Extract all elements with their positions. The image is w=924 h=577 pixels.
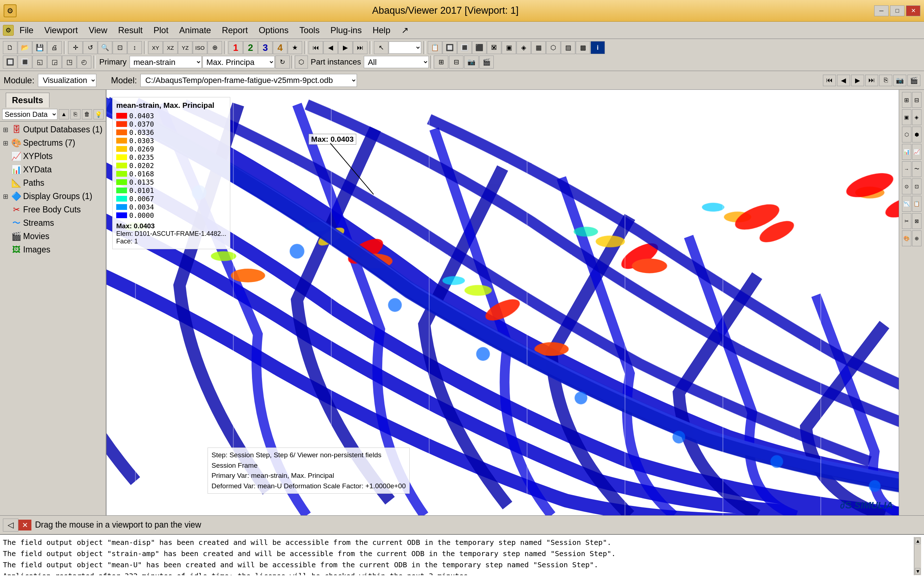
tb-disp-grp1[interactable]: 🔲 bbox=[443, 41, 457, 54]
menu-viewport[interactable]: Viewport bbox=[39, 24, 83, 37]
tree-item-streams[interactable]: ▷ 〜 Streams bbox=[0, 216, 106, 230]
tb-zoom-y[interactable]: ↕ bbox=[128, 41, 142, 54]
menu-plugins[interactable]: Plug-ins bbox=[325, 24, 367, 37]
module-select[interactable]: Visualization bbox=[38, 74, 96, 87]
tb-rotate[interactable]: ↺ bbox=[83, 41, 97, 54]
tb-render2[interactable]: ◈ bbox=[517, 41, 531, 54]
rt-btn-15[interactable]: ✂ bbox=[902, 213, 911, 229]
sd-info-btn[interactable]: 💡 bbox=[94, 109, 103, 119]
tree-item-paths[interactable]: ▷ 📐 Paths bbox=[0, 176, 106, 190]
rt-btn-8[interactable]: 📈 bbox=[912, 144, 921, 160]
tb-row2-1[interactable]: 🔲 bbox=[3, 56, 17, 69]
rt-btn-14[interactable]: 📋 bbox=[912, 196, 921, 212]
menu-tools[interactable]: Tools bbox=[294, 24, 325, 37]
tb-snapshot1[interactable]: 📷 bbox=[464, 56, 478, 69]
tb-xz-select[interactable]: XZ bbox=[163, 41, 178, 54]
rt-btn-1[interactable]: ⊞ bbox=[902, 92, 911, 108]
tb-render1[interactable]: ▣ bbox=[502, 41, 516, 54]
tb-row2-5[interactable]: ◳ bbox=[62, 56, 76, 69]
sd-delete-btn[interactable]: 🗑 bbox=[82, 109, 92, 119]
tb-row2-3[interactable]: ◱ bbox=[32, 56, 47, 69]
tb-part-instances-select[interactable]: All bbox=[364, 56, 429, 68]
tb-pan[interactable]: ✛ bbox=[68, 41, 82, 54]
nav-prev[interactable]: ◀ bbox=[837, 75, 850, 86]
tb-prev-first[interactable]: ⏮ bbox=[309, 41, 323, 54]
tb-info[interactable]: i bbox=[591, 41, 605, 54]
sd-up-btn[interactable]: ▲ bbox=[59, 109, 69, 119]
tb-part-icon[interactable]: ⬡ bbox=[295, 56, 308, 69]
rt-btn-10[interactable]: 〜 bbox=[912, 161, 921, 177]
rt-btn-4[interactable]: ◈ bbox=[912, 109, 921, 125]
nav-copy[interactable]: ⎘ bbox=[879, 75, 892, 86]
log-scroll-down[interactable]: ▼ bbox=[915, 568, 921, 574]
tree-item-spectrums[interactable]: ⊞ 🎨 Spectrums (7) bbox=[0, 136, 106, 150]
tree-item-output-databases[interactable]: ⊞ 🗄 Output Databases (1) bbox=[0, 123, 106, 136]
tb-render3[interactable]: ▦ bbox=[531, 41, 546, 54]
pan-back-button[interactable]: ◁ bbox=[3, 519, 18, 532]
tb-disp-grp3[interactable]: ⬛ bbox=[472, 41, 486, 54]
tb-next-last[interactable]: ⏭ bbox=[353, 41, 367, 54]
menu-animate[interactable]: Animate bbox=[174, 24, 216, 37]
rt-btn-3[interactable]: ▣ bbox=[902, 109, 911, 125]
tb-num3[interactable]: 3 bbox=[258, 41, 273, 54]
tb-all-select[interactable]: All bbox=[389, 42, 421, 54]
viewport-area[interactable]: mean-strain, Max. Principal 0.04030.0370… bbox=[107, 90, 899, 515]
tree-item-display-groups[interactable]: ⊞ 🔷 Display Groups (1) bbox=[0, 190, 106, 203]
menu-report[interactable]: Report bbox=[217, 24, 253, 37]
tb-iso[interactable]: ISO bbox=[193, 41, 207, 54]
tb-refresh[interactable]: ↻ bbox=[275, 56, 290, 69]
tb-component-select[interactable]: Max. Principa bbox=[202, 56, 275, 68]
tree-item-movies[interactable]: ▷ 🎬 Movies bbox=[0, 230, 106, 243]
nav-next[interactable]: ▶ bbox=[851, 75, 864, 86]
nav-first[interactable]: ⏮ bbox=[823, 75, 836, 86]
menu-options[interactable]: Options bbox=[254, 24, 294, 37]
tb-print[interactable]: 🖨 bbox=[47, 41, 62, 54]
log-scroll-up[interactable]: ▲ bbox=[915, 538, 921, 544]
tb-zoom-fit[interactable]: ⊡ bbox=[113, 41, 127, 54]
tb-render5[interactable]: ▨ bbox=[561, 41, 575, 54]
tb-zoom-box[interactable]: 🔍 bbox=[98, 41, 112, 54]
log-scrollbar[interactable]: ▲ ▼ bbox=[914, 537, 921, 575]
rt-btn-2[interactable]: ⊟ bbox=[912, 92, 921, 108]
menu-result[interactable]: Result bbox=[113, 24, 148, 37]
tree-item-free-body-cuts[interactable]: ▷ ✂ Free Body Cuts bbox=[0, 203, 106, 216]
menu-file[interactable]: File bbox=[15, 24, 39, 37]
tb-num1[interactable]: 1 bbox=[228, 41, 243, 54]
tb-yz-select[interactable]: YZ bbox=[178, 41, 192, 54]
rt-btn-11[interactable]: ⊙ bbox=[902, 179, 911, 194]
tb-disp-grp2[interactable]: 🔳 bbox=[457, 41, 472, 54]
nav-cam2[interactable]: 🎬 bbox=[908, 75, 921, 86]
menu-arrow[interactable]: ↗ bbox=[396, 24, 414, 37]
tb-save[interactable]: 💾 bbox=[32, 41, 47, 54]
tree-item-xydata[interactable]: ▷ 📊 XYData bbox=[0, 163, 106, 176]
tb-cursor[interactable]: ↖ bbox=[374, 41, 388, 54]
tb-row2-4[interactable]: ◲ bbox=[47, 56, 62, 69]
close-button[interactable]: ✕ bbox=[906, 5, 921, 16]
tb-render6[interactable]: ▩ bbox=[576, 41, 590, 54]
rt-btn-12[interactable]: ⊡ bbox=[912, 179, 921, 194]
tree-item-images[interactable]: ▷ 🖼 Images bbox=[0, 243, 106, 256]
rt-btn-5[interactable]: ⬡ bbox=[902, 127, 911, 142]
nav-cam1[interactable]: 📷 bbox=[893, 75, 906, 86]
rt-btn-7[interactable]: 📊 bbox=[902, 144, 911, 160]
nav-last[interactable]: ⏭ bbox=[865, 75, 878, 86]
tb-query[interactable]: 📋 bbox=[428, 41, 442, 54]
tb-xy-select[interactable]: XY bbox=[149, 41, 163, 54]
tb-render4[interactable]: ⬡ bbox=[546, 41, 561, 54]
session-data-select[interactable]: Session Data bbox=[2, 109, 57, 120]
tb-prev[interactable]: ◀ bbox=[323, 41, 338, 54]
rt-btn-16[interactable]: ⊠ bbox=[912, 213, 921, 229]
tb-grid1[interactable]: ⊞ bbox=[434, 56, 448, 69]
minimize-button[interactable]: ─ bbox=[874, 5, 888, 16]
menu-plot[interactable]: Plot bbox=[149, 24, 173, 37]
rt-btn-17[interactable]: 🎨 bbox=[902, 230, 911, 246]
tb-num2[interactable]: 2 bbox=[243, 41, 258, 54]
tb-variable-select[interactable]: mean-strain bbox=[129, 56, 202, 68]
tb-open[interactable]: 📂 bbox=[18, 41, 32, 54]
tb-view3d[interactable]: 🗷 bbox=[487, 41, 501, 54]
tb-next[interactable]: ▶ bbox=[338, 41, 353, 54]
maximize-button[interactable]: □ bbox=[890, 5, 905, 16]
tb-grid2[interactable]: ⊟ bbox=[449, 56, 464, 69]
rt-btn-9[interactable]: → bbox=[902, 161, 911, 177]
results-tab[interactable]: Results bbox=[6, 93, 50, 108]
